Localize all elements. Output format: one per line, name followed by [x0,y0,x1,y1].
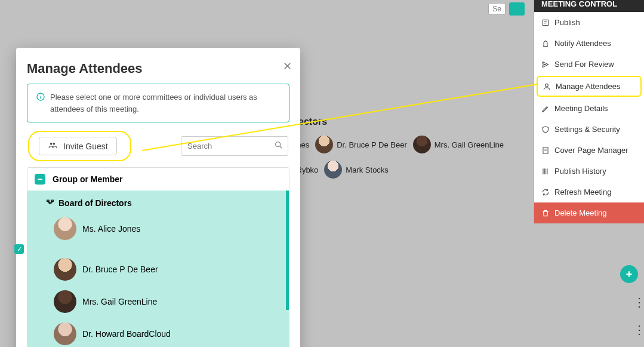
member-item[interactable]: Dr. Bruce P De Beer [54,258,161,281]
scrollbar-thumb[interactable] [286,191,289,310]
avatar [54,258,76,281]
panel-header: MEETING CONTROL [534,0,644,12]
panel-item-refresh[interactable]: Refresh Meeting [534,182,644,202]
panel-label: Notify Attendees [554,39,611,48]
notify-icon [541,39,550,48]
panel-label: Publish [554,18,580,27]
svg-point-1 [546,84,549,87]
teal-pill-icon [509,2,525,16]
member-item[interactable]: Mrs. Gail GreenLine [54,290,161,313]
page-icon [541,146,550,155]
svg-point-5 [53,143,56,145]
panel-label: Refresh Meeting [554,188,611,196]
shield-icon [541,125,550,134]
svg-rect-8 [51,200,54,201]
member-name: Dr. Howard BoardCloud [82,329,171,339]
panel-item-manage-attendees[interactable]: Manage Attendees [537,76,642,97]
checkbox-checked-icon[interactable]: ✓ [14,244,24,254]
avatar [324,161,342,179]
modal-title: Manage Attendees [16,48,300,84]
refresh-icon [541,188,550,196]
close-icon[interactable]: ✕ [283,60,292,73]
panel-label: Send For Review [554,60,614,69]
panel-item-cover-page[interactable]: Cover Page Manager [534,140,644,161]
info-box: Please select one or more committees or … [27,84,289,122]
history-icon [541,167,550,176]
bg-chip: Mrs. Gail GreenLine [413,136,504,153]
member-name: Mrs. Gail GreenLine [82,297,157,306]
send-review-icon [541,60,550,69]
avatar [413,136,431,153]
panel-label: Cover Page Manager [554,146,628,155]
panel-item-notify[interactable]: Notify Attendees [534,33,644,54]
user-icon [543,82,551,91]
panel-label: Delete Meeting [554,208,606,217]
bg-chip: Mark Stocks [324,161,389,179]
avatar [315,136,333,153]
invite-guest-button[interactable]: Invite Guest [28,131,131,161]
bg-chip: Dr. Bruce P De Beer [315,136,407,153]
search-wrapper [181,136,288,156]
pencil-icon [541,105,550,113]
plus-icon [624,269,634,279]
top-se-box: Se [488,3,506,15]
manage-attendees-modal: Manage Attendees ✕ Please select one or … [16,48,300,347]
attendee-list: − Group or Member ✓ Board of Directors M… [27,167,289,347]
avatar [54,217,76,240]
member-item[interactable]: Dr. Howard BoardCloud [54,323,171,345]
fab-add-button[interactable] [620,265,638,283]
member-name: Dr. Bruce P De Beer [82,265,158,274]
panel-item-meeting-details[interactable]: Meeting Details [534,98,644,119]
kebab-menu-1[interactable]: ⋮ [633,295,637,309]
bg-heading-fragment: ectors [298,116,504,127]
panel-label: Settings & Security [554,125,620,134]
list-header: − Group or Member [27,168,289,191]
panel-item-publish-history[interactable]: Publish History [534,161,644,182]
svg-rect-7 [47,200,50,201]
invite-guest-label: Invite Guest [63,142,108,151]
publish-icon [541,19,550,27]
collapse-all-button[interactable]: − [35,174,45,185]
panel-item-delete-meeting[interactable]: Delete Meeting [534,202,644,223]
list-header-label: Group or Member [53,174,122,184]
avatar [54,323,76,345]
panel-label: Manage Attendees [556,82,620,91]
member-item[interactable]: Ms. Alice Jones [54,217,161,240]
panel-label: Publish History [554,167,606,176]
kebab-menu-2[interactable]: ⋮ [633,323,637,337]
search-input[interactable] [181,136,288,156]
group-name: Board of Directors [58,198,132,208]
top-toolbar-stub: Se [488,2,525,16]
group-icon [45,198,55,208]
member-name: Ms. Alice Jones [82,224,140,234]
avatar [54,290,76,313]
users-icon [48,141,57,151]
trash-icon [541,209,550,217]
meeting-control-panel: MEETING CONTROL Publish Notify Attendees… [534,0,644,223]
svg-point-4 [50,143,53,145]
search-icon [274,140,284,152]
panel-item-settings-security[interactable]: Settings & Security [534,119,644,140]
panel-label: Meeting Details [554,104,608,113]
panel-item-publish[interactable]: Publish [534,12,644,33]
info-icon [36,92,45,105]
group-board-of-directors[interactable]: ✓ Board of Directors Ms. Alice Jones Dr.… [27,191,289,347]
svg-point-6 [276,142,281,147]
panel-item-send-review[interactable]: Send For Review [534,54,644,75]
info-text: Please select one or more committees or … [50,91,281,115]
